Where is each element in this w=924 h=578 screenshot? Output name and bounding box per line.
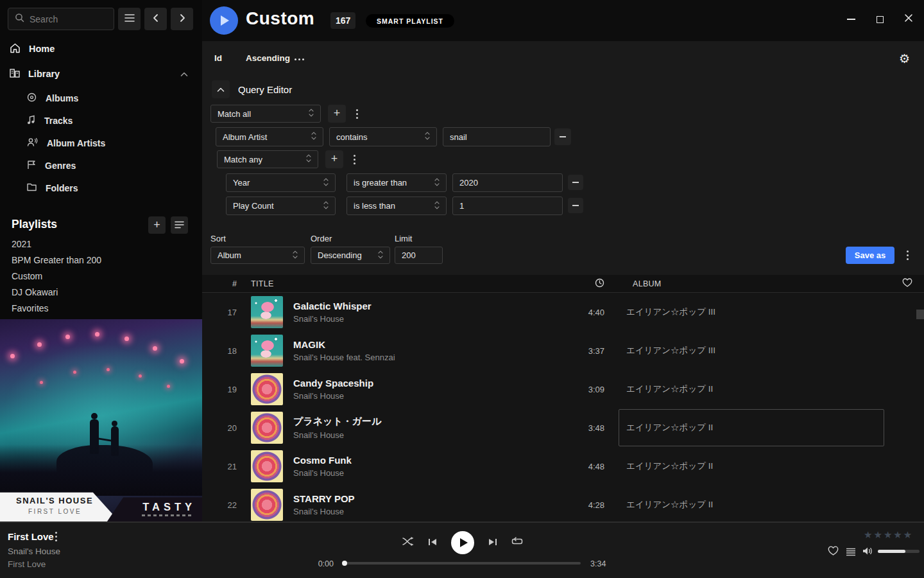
sidebar-item-album-artists[interactable]: Album Artists: [0, 136, 202, 150]
group-menu-button[interactable]: [348, 150, 360, 168]
track-album[interactable]: エイリアン☆ポップ II: [619, 486, 884, 521]
rule-value-field[interactable]: [443, 127, 551, 146]
save-as-button[interactable]: Save as: [846, 247, 894, 264]
rule-operator-select[interactable]: is greater than: [346, 173, 447, 192]
shuffle-button[interactable]: [402, 537, 414, 548]
rule-field-select[interactable]: Album Artist: [216, 127, 323, 146]
playlist-list-button[interactable]: [171, 216, 188, 234]
next-button[interactable]: [488, 537, 497, 548]
sidebar-item-albums[interactable]: Albums: [0, 91, 202, 105]
volume-slider[interactable]: [878, 550, 920, 553]
add-rule-button[interactable]: +: [325, 150, 343, 168]
sidebar-item-genres[interactable]: Genres: [0, 159, 202, 173]
track-album[interactable]: エイリアン☆ポップ III: [619, 293, 884, 331]
art-brand-subtext: [142, 514, 192, 516]
back-button[interactable]: [144, 8, 167, 30]
sort-field-button[interactable]: Id: [214, 53, 222, 63]
table-row[interactable]: 18 MAGIK Snail's House feat. Sennzai 3:3…: [202, 331, 924, 370]
playlist-item[interactable]: BPM Greater than 200: [12, 255, 101, 268]
rule-value-field[interactable]: [452, 173, 563, 192]
playlist-item[interactable]: Favorites: [12, 303, 49, 316]
search-input[interactable]: [30, 14, 100, 24]
chevron-up-icon[interactable]: [180, 69, 188, 79]
remove-rule-button[interactable]: [568, 175, 583, 190]
gear-icon[interactable]: ⚙: [899, 51, 910, 66]
track-title: MAGIK: [293, 339, 543, 350]
limit-field[interactable]: [395, 247, 443, 264]
search-box[interactable]: [8, 8, 114, 30]
playlist-item[interactable]: Custom: [12, 271, 42, 284]
track-album[interactable]: エイリアン☆ポップ II: [619, 409, 884, 446]
table-row[interactable]: 20 プラネット・ガール Snail's House 3:48 エイリアン☆ポッ…: [202, 408, 924, 447]
column-duration[interactable]: [543, 278, 604, 290]
queue-button[interactable]: [846, 547, 856, 559]
save-menu-button[interactable]: [902, 247, 912, 264]
column-album[interactable]: ALBUM: [626, 279, 898, 288]
repeat-button[interactable]: [511, 537, 523, 548]
scrollbar-thumb[interactable]: [916, 310, 924, 319]
now-playing-album-art[interactable]: SNAIL'S HOUSE FIRST LOVE TASTY: [0, 319, 202, 521]
rule-operator-select[interactable]: contains: [329, 127, 437, 146]
sort-direction-button[interactable]: Ascending: [246, 53, 290, 63]
rule-value-input[interactable]: [450, 132, 543, 142]
star-icon[interactable]: [903, 529, 912, 541]
kebab-icon: [907, 254, 909, 256]
volume-icon[interactable]: [862, 547, 873, 558]
track-album[interactable]: エイリアン☆ポップ II: [619, 448, 884, 485]
match-mode-select[interactable]: Match any: [217, 150, 318, 168]
column-title[interactable]: TITLE: [251, 279, 543, 288]
star-icon[interactable]: [873, 529, 882, 541]
rule-operator-select[interactable]: is less than: [346, 197, 447, 215]
rule-field-select[interactable]: Year: [226, 173, 336, 192]
seek-slider-thumb[interactable]: [342, 561, 347, 566]
play-playlist-button[interactable]: [210, 6, 238, 35]
track-title: Cosmo Funk: [293, 455, 543, 466]
rule-value-input[interactable]: [459, 178, 556, 188]
star-icon[interactable]: [884, 529, 892, 541]
table-row[interactable]: 19 Candy Spaceship Snail's House 3:09 エイ…: [202, 370, 924, 408]
star-icon[interactable]: [864, 529, 872, 541]
table-row[interactable]: 22 STARRY POP Snail's House 4:28 エイリアン☆ポ…: [202, 486, 924, 521]
add-rule-button[interactable]: +: [328, 105, 346, 123]
remove-rule-button[interactable]: [554, 128, 571, 145]
maximize-button[interactable]: [875, 14, 885, 24]
rating-stars[interactable]: [864, 529, 912, 541]
sidebar-item-library[interactable]: Library: [0, 66, 202, 82]
track-album[interactable]: エイリアン☆ポップ II: [619, 371, 884, 408]
minimize-button[interactable]: [846, 14, 856, 24]
rule-field-select[interactable]: Play Count: [226, 197, 336, 215]
star-icon[interactable]: [893, 529, 902, 541]
now-playing-menu-button[interactable]: [55, 536, 57, 538]
sort-select[interactable]: Album: [210, 247, 305, 264]
remove-rule-button[interactable]: [568, 198, 583, 213]
sidebar-item-tracks[interactable]: Tracks: [0, 114, 202, 128]
music-note-icon: [27, 115, 35, 127]
playlist-item[interactable]: 2021: [12, 239, 31, 252]
seek-slider[interactable]: [343, 562, 581, 565]
previous-button[interactable]: [428, 537, 437, 548]
column-number[interactable]: #: [202, 279, 237, 288]
table-row[interactable]: 21 Cosmo Funk Snail's House 4:48 エイリアン☆ポ…: [202, 447, 924, 486]
forward-button[interactable]: [171, 8, 193, 30]
column-favorite[interactable]: [898, 278, 924, 289]
favorite-button[interactable]: [828, 546, 839, 558]
track-album[interactable]: エイリアン☆ポップ III: [619, 332, 884, 369]
rule-value-input[interactable]: [459, 201, 556, 211]
match-mode-select[interactable]: Match all: [210, 105, 321, 123]
play-button[interactable]: [451, 531, 474, 554]
add-playlist-button[interactable]: +: [148, 216, 166, 234]
total-time: 3:34: [590, 559, 606, 568]
more-options-icon[interactable]: [298, 58, 300, 60]
close-button[interactable]: [903, 14, 914, 24]
order-select[interactable]: Descending: [311, 247, 390, 264]
playlist-item[interactable]: DJ Okawari: [12, 287, 58, 300]
query-editor-collapse-button[interactable]: [212, 80, 230, 98]
menu-button[interactable]: [118, 8, 141, 30]
table-row[interactable]: 17 Galactic Whisper Snail's House 4:40 エ…: [202, 293, 924, 331]
track-duration: 3:37: [543, 346, 604, 356]
rule-value-field[interactable]: [452, 197, 563, 215]
limit-input[interactable]: [402, 250, 436, 260]
sidebar-item-home[interactable]: Home: [0, 41, 202, 57]
group-menu-button[interactable]: [351, 105, 363, 123]
sidebar-item-folders[interactable]: Folders: [0, 181, 202, 195]
